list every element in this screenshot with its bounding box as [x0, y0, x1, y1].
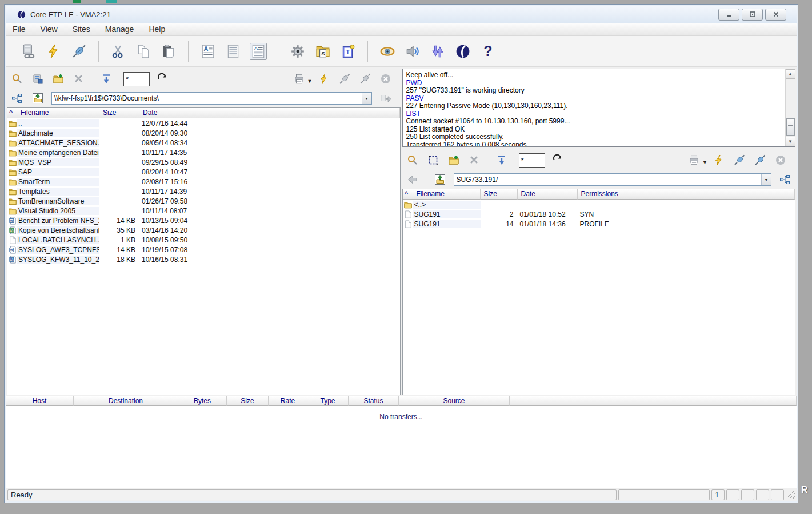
upload-button[interactable] [99, 72, 113, 86]
queue-header-type[interactable]: Type [307, 396, 349, 406]
transfer-to-remote-button[interactable] [379, 91, 393, 105]
queue-header-destination[interactable]: Destination [74, 396, 178, 406]
remote-path-combo[interactable]: SUG733.191/ ▼ [454, 173, 772, 186]
file-row[interactable]: ..12/07/16 14:44 [7, 118, 400, 128]
scroll-down-icon[interactable]: ▼ [786, 137, 795, 146]
queue-header-size[interactable]: Size [227, 396, 269, 406]
sort-header[interactable]: ^ [403, 189, 413, 200]
refresh-button[interactable] [155, 72, 169, 86]
local-path-value[interactable]: \\kfw-f-fsp1\fr1$\G733\Documents\ [52, 93, 362, 104]
remote-reconnect-button[interactable] [753, 153, 767, 167]
filename-header[interactable]: Filename [17, 108, 99, 118]
remote-connect-button[interactable] [733, 153, 746, 167]
paste-button[interactable] [160, 43, 177, 60]
file-row[interactable]: SUG191201/01/18 10:52SYN [403, 209, 795, 219]
transfers-button[interactable] [429, 43, 446, 60]
remote-quick-connect-button[interactable] [712, 153, 726, 167]
view-combined-button[interactable]: A [250, 43, 267, 60]
file-row[interactable]: Templates10/11/17 14:39 [7, 186, 400, 196]
size-header[interactable]: Size [99, 108, 139, 118]
resize-grip[interactable] [787, 491, 795, 499]
file-row[interactable]: SUG1911401/01/18 14:36PROFILE [403, 219, 795, 229]
file-row[interactable]: MQS_VSP09/29/15 08:49 [7, 157, 400, 167]
menu-help[interactable]: Help [149, 25, 165, 34]
save-listing-button[interactable] [31, 72, 45, 86]
file-row[interactable]: <..> [403, 200, 795, 209]
file-row[interactable]: TomBrennanSoftware01/26/17 09:58 [7, 196, 400, 206]
remote-up-directory-button[interactable] [433, 173, 447, 186]
connect-button[interactable] [70, 43, 87, 60]
remote-filter-input[interactable] [519, 153, 545, 168]
queue-header-source[interactable]: Source [399, 396, 510, 406]
file-row[interactable]: Meine empfangenen Datei...10/11/17 14:35 [7, 148, 400, 157]
quick-connect-button[interactable] [45, 43, 62, 60]
view-compare-button[interactable]: A [199, 43, 217, 60]
download-button[interactable] [495, 153, 509, 167]
local-reconnect-button[interactable] [358, 72, 372, 86]
remote-tree-view-button[interactable] [778, 173, 792, 186]
queue-header-status[interactable]: Status [349, 396, 399, 406]
sort-header[interactable]: ^ [7, 108, 17, 118]
remote-disconnect-button[interactable] [774, 153, 787, 167]
local-connect-button[interactable] [338, 72, 351, 86]
print-queue-button[interactable] [293, 72, 306, 86]
queue-header-host[interactable]: Host [6, 396, 74, 406]
file-row[interactable]: Attachmate08/20/14 09:30 [7, 128, 400, 138]
back-button[interactable] [406, 173, 419, 186]
queue-header-bytes[interactable]: Bytes [178, 396, 227, 406]
select-button[interactable] [426, 153, 440, 167]
tree-view-button[interactable] [10, 91, 24, 105]
titlebar[interactable]: Core FTP LE - VMA2:21 [6, 6, 797, 23]
file-row[interactable]: Visual Studio 200510/11/14 08:07 [7, 206, 400, 216]
maximize-button[interactable] [742, 9, 763, 21]
file-row[interactable]: SAP08/20/14 10:47 [7, 167, 400, 177]
remote-path-dropdown-button[interactable]: ▼ [761, 174, 771, 185]
queue-header-rate[interactable]: Rate [269, 396, 307, 406]
menu-file[interactable]: File [13, 25, 26, 34]
templates-button[interactable]: T [339, 43, 357, 60]
scroll-up-icon[interactable]: ▲ [786, 69, 795, 79]
sound-toggle-button[interactable] [404, 43, 421, 60]
local-quick-connect-button[interactable] [317, 72, 331, 86]
menu-view[interactable]: View [41, 25, 58, 34]
file-row[interactable]: Kopie von Bereitschaftsanf...35 KB03/14/… [7, 225, 400, 235]
chevron-down-icon[interactable]: ▼ [702, 160, 707, 165]
new-folder-button[interactable] [51, 72, 65, 86]
chevron-down-icon[interactable]: ▼ [307, 78, 313, 84]
local-path-dropdown-button[interactable]: ▼ [362, 93, 371, 104]
scroll-thumb[interactable] [786, 118, 795, 136]
local-path-combo[interactable]: \\kfw-f-fsp1\fr1$\G733\Documents\ ▼ [51, 92, 372, 105]
file-row[interactable]: LOCAL.BATCH.ASYNCH....1 KB10/08/15 09:50 [7, 235, 400, 245]
cut-button[interactable] [110, 43, 127, 60]
file-row[interactable]: ATTACHMATE_SESSION...09/05/14 08:34 [7, 138, 400, 148]
menu-sites[interactable]: Sites [73, 25, 90, 34]
remote-new-folder-button[interactable] [447, 153, 461, 167]
search-button[interactable] [10, 72, 24, 86]
core-ftp-button[interactable] [454, 43, 471, 60]
site-manager-button[interactable] [20, 43, 37, 60]
file-row[interactable]: SYSLOG_KFW3_11_10_2...18 KB10/16/15 08:3… [7, 254, 400, 264]
copy-button[interactable] [135, 43, 152, 60]
filename-header[interactable]: Filename [413, 189, 481, 200]
date-header[interactable]: Date [139, 108, 195, 118]
close-button[interactable] [765, 9, 786, 21]
help-button[interactable]: ? [479, 43, 497, 60]
minimize-button[interactable] [718, 9, 739, 21]
date-header[interactable]: Date [518, 189, 578, 200]
remote-delete-button[interactable] [467, 153, 481, 167]
menu-manage[interactable]: Manage [105, 25, 134, 34]
up-directory-button[interactable] [31, 91, 45, 105]
delete-button[interactable] [72, 72, 86, 86]
log-scrollbar[interactable]: ▲ ▼ [785, 69, 795, 146]
file-row[interactable]: SmarTerm02/08/17 15:16 [7, 177, 400, 186]
view-text-button[interactable] [225, 43, 242, 60]
options-button[interactable] [289, 43, 306, 60]
file-row[interactable]: SYSLOG_AWE3_TCPNFS...14 KB10/19/15 07:08 [7, 245, 400, 254]
view-toggle-button[interactable] [379, 43, 396, 60]
remote-refresh-button[interactable] [551, 153, 565, 167]
local-disconnect-button[interactable] [379, 72, 393, 86]
remote-print-queue-button[interactable] [687, 153, 701, 167]
permissions-header[interactable]: Permissions [578, 189, 645, 200]
sites-button[interactable]: S [314, 43, 331, 60]
remote-search-button[interactable] [406, 153, 419, 167]
